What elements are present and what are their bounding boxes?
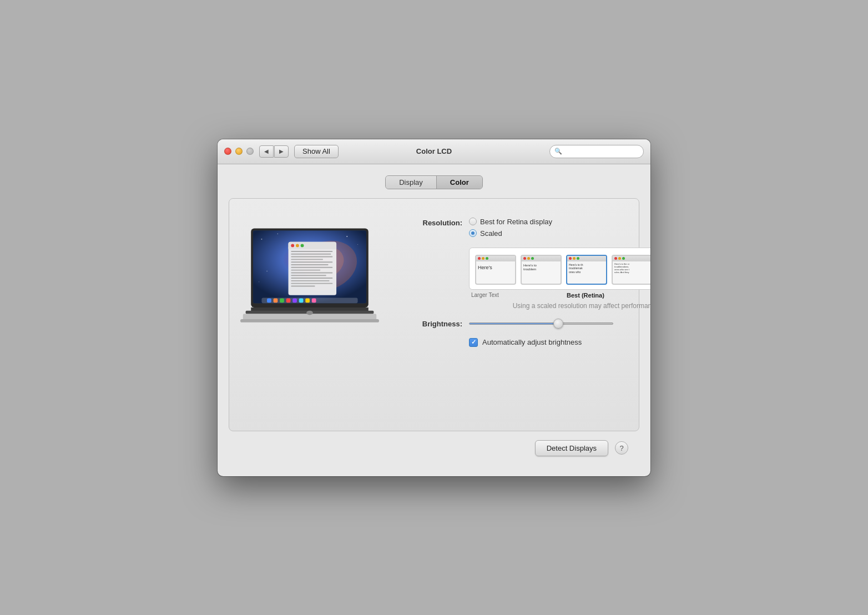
thumb-titlebar-4	[613, 256, 650, 261]
auto-brightness-section: ✓ Automatically adjust brightness	[469, 338, 650, 347]
scale-thumb-1: Here's	[475, 255, 516, 285]
scale-options: Here's Here's totrouble	[469, 248, 650, 290]
svg-rect-32	[267, 298, 271, 303]
help-button[interactable]: ?	[615, 441, 628, 455]
svg-rect-27	[291, 278, 332, 279]
resolution-best-label: Best for Retina display	[480, 218, 552, 226]
thumb-dot-r-3	[569, 257, 572, 260]
svg-rect-25	[291, 272, 332, 273]
svg-rect-28	[291, 280, 329, 281]
laptop-preview	[240, 212, 385, 414]
scale-thumb-3: Here's to thtroublemakones who	[566, 255, 607, 285]
thumb-titlebar-3	[567, 256, 606, 261]
thumb-titlebar-2	[522, 256, 561, 261]
svg-point-16	[301, 244, 304, 247]
slider-fill	[470, 323, 558, 324]
svg-point-5	[346, 236, 347, 237]
nav-buttons: ◀ ▶	[259, 145, 289, 158]
back-button[interactable]: ◀	[259, 145, 274, 158]
resolution-section: Resolution: Best for Retina display Scal…	[401, 218, 650, 238]
svg-rect-37	[299, 298, 304, 303]
svg-point-14	[291, 244, 294, 247]
auto-brightness-label: Automatically adjust brightness	[482, 338, 582, 346]
svg-rect-22	[291, 264, 328, 265]
svg-rect-26	[291, 275, 326, 276]
svg-rect-33	[274, 298, 278, 303]
radio-dot	[471, 231, 475, 235]
maximize-button[interactable]	[246, 148, 254, 155]
label-best-retina: Best (Retina)	[567, 292, 604, 299]
search-input[interactable]	[564, 148, 639, 155]
thumb-dot-y-1	[482, 257, 485, 260]
tab-selector: Display Color	[229, 175, 639, 189]
radio-scaled[interactable]	[469, 229, 477, 237]
radio-best[interactable]	[469, 218, 477, 225]
thumb-dot-g-4	[622, 257, 625, 260]
thumb-dot-g-3	[577, 257, 579, 260]
thumb-dot-r-4	[614, 257, 617, 260]
svg-rect-30	[291, 285, 315, 286]
svg-rect-19	[291, 256, 332, 257]
close-button[interactable]	[224, 148, 231, 155]
resolution-label: Resolution:	[401, 218, 462, 227]
tab-display[interactable]: Display	[386, 176, 437, 189]
minimize-button[interactable]	[235, 148, 243, 155]
laptop-svg	[240, 223, 379, 330]
scale-best-retina[interactable]: Here's to thtroublemakones who	[565, 254, 608, 286]
svg-rect-38	[305, 298, 310, 303]
tab-color[interactable]: Color	[437, 176, 482, 189]
svg-rect-23	[291, 266, 332, 268]
checkmark-icon: ✓	[471, 339, 476, 346]
svg-rect-34	[280, 298, 284, 303]
brightness-section: Brightness:	[401, 320, 650, 328]
search-icon: 🔍	[554, 148, 562, 155]
auto-brightness-checkbox[interactable]: ✓	[469, 338, 478, 347]
scale-thumb-2: Here's totroublem	[521, 255, 562, 285]
window-title: Color LCD	[416, 147, 452, 155]
traffic-lights	[224, 148, 254, 155]
svg-point-6	[357, 244, 358, 244]
thumb-dot-r-2	[523, 257, 526, 260]
label-larger-text: Larger Text	[471, 292, 499, 299]
svg-rect-21	[291, 261, 332, 263]
scale-thumb-4: Here's to the crtroublemakers.ones who s…	[612, 255, 650, 285]
thumb-dot-r-1	[478, 257, 481, 260]
scale-thumb-4-wrap[interactable]: Here's to the crtroublemakers.ones who s…	[610, 254, 650, 286]
svg-rect-18	[291, 253, 331, 254]
scale-labels: Larger Text Best (Retina) More Space	[469, 292, 650, 299]
brightness-slider[interactable]	[469, 322, 613, 325]
svg-rect-11	[289, 241, 337, 295]
resolution-best-option[interactable]: Best for Retina display	[469, 218, 552, 226]
scale-larger-text[interactable]: Here's	[474, 254, 517, 286]
scale-thumb-2-wrap[interactable]: Here's totroublem	[519, 254, 563, 286]
performance-note: Using a scaled resolution may affect per…	[469, 302, 650, 310]
search-box[interactable]: 🔍	[549, 145, 644, 158]
svg-rect-17	[291, 250, 332, 251]
show-all-button[interactable]: Show All	[294, 145, 339, 158]
svg-rect-29	[291, 283, 332, 284]
svg-rect-24	[291, 269, 320, 270]
svg-rect-13	[289, 247, 337, 249]
resolution-scaled-option[interactable]: Scaled	[469, 229, 552, 238]
resolution-options: Best for Retina display Scaled	[469, 218, 552, 238]
seg-tabs: Display Color	[385, 175, 483, 189]
content-area: Display Color	[218, 164, 650, 476]
svg-rect-36	[292, 298, 297, 303]
svg-rect-20	[291, 259, 323, 260]
detect-displays-button[interactable]: Detect Displays	[535, 440, 608, 456]
svg-point-44	[306, 310, 313, 315]
titlebar: ◀ ▶ Show All Color LCD 🔍	[218, 139, 650, 164]
forward-button[interactable]: ▶	[274, 145, 289, 158]
slider-thumb[interactable]	[553, 319, 563, 329]
svg-rect-35	[286, 298, 291, 303]
svg-rect-43	[240, 319, 379, 322]
main-window: ◀ ▶ Show All Color LCD 🔍 Display Color	[218, 139, 650, 476]
scale-section: Here's Here's totrouble	[469, 248, 650, 310]
svg-point-7	[266, 270, 268, 271]
svg-rect-39	[312, 298, 316, 303]
thumb-dot-g-1	[486, 257, 488, 260]
thumb-dot-y-3	[573, 257, 576, 260]
settings-panel: Resolution: Best for Retina display Scal…	[401, 212, 650, 414]
thumb-content-2: Here's totroublem	[522, 261, 561, 274]
svg-point-8	[259, 281, 259, 282]
